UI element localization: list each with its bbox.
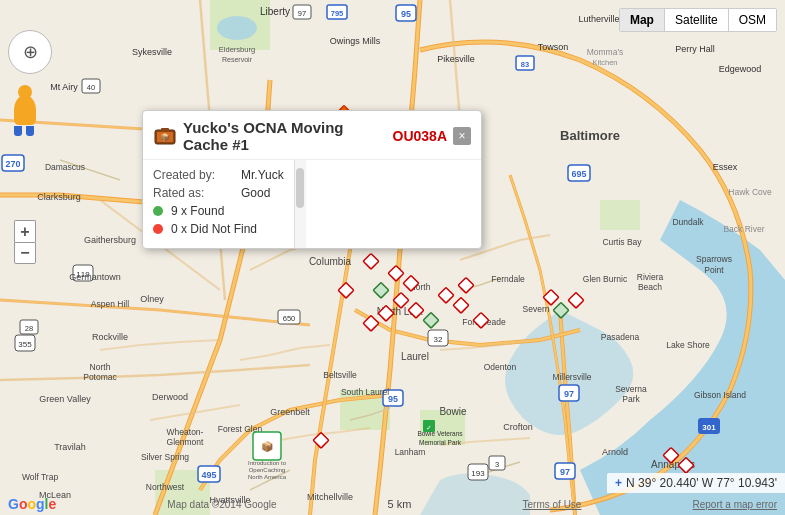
svg-text:95: 95 bbox=[388, 394, 398, 404]
bottom-bar: Google Map data ©2014 Google 5 km Terms … bbox=[0, 493, 785, 515]
svg-text:📦: 📦 bbox=[160, 132, 170, 142]
svg-text:28: 28 bbox=[25, 324, 33, 333]
popup-content: Created by: Mr.Yuck Rated as: Good 9 x F… bbox=[143, 160, 481, 248]
svg-text:Pikesville: Pikesville bbox=[437, 54, 475, 64]
svg-text:795: 795 bbox=[331, 9, 344, 18]
terms-of-use-link[interactable]: Terms of Use bbox=[523, 499, 582, 510]
svg-text:Hawk Cove: Hawk Cove bbox=[728, 187, 772, 197]
pan-arrows-icon: ⊕ bbox=[23, 41, 38, 63]
svg-rect-2 bbox=[600, 200, 640, 230]
svg-text:Aspen Hill: Aspen Hill bbox=[91, 299, 129, 309]
map-svg: 270 70 695 695 95 95 97 495 97 bbox=[0, 0, 785, 515]
svg-text:OpenCaching: OpenCaching bbox=[249, 467, 286, 473]
svg-text:Greenbelt: Greenbelt bbox=[270, 407, 310, 417]
svg-text:Dundalk: Dundalk bbox=[672, 217, 704, 227]
popup-rated-row: Rated as: Good bbox=[153, 186, 284, 200]
svg-text:Lanham: Lanham bbox=[395, 447, 426, 457]
svg-text:Bowie Veterans: Bowie Veterans bbox=[417, 430, 463, 437]
svg-rect-155 bbox=[161, 128, 169, 132]
google-e: e bbox=[48, 496, 56, 512]
svg-text:95: 95 bbox=[401, 9, 411, 19]
svg-text:Perry Hall: Perry Hall bbox=[675, 44, 715, 54]
pegman-body bbox=[14, 95, 36, 125]
svg-text:Damascus: Damascus bbox=[45, 162, 85, 172]
found-indicator bbox=[153, 206, 163, 216]
svg-text:495: 495 bbox=[201, 470, 216, 480]
svg-text:Glenmont: Glenmont bbox=[167, 437, 204, 447]
svg-text:Baltimore: Baltimore bbox=[560, 128, 620, 143]
dnf-indicator bbox=[153, 224, 163, 234]
svg-text:3: 3 bbox=[495, 460, 499, 469]
google-logo: Google bbox=[8, 496, 56, 512]
coordinates-bar: + N 39° 20.440' W 77° 10.943' bbox=[607, 473, 785, 493]
google-o2: o bbox=[27, 496, 36, 512]
svg-text:650: 650 bbox=[283, 314, 296, 323]
popup-created-label: Created by: bbox=[153, 168, 233, 182]
pan-control[interactable]: ⊕ bbox=[8, 30, 52, 74]
popup-rated-value: Good bbox=[241, 186, 270, 200]
svg-text:Edgewood: Edgewood bbox=[719, 64, 762, 74]
svg-text:Beltsville: Beltsville bbox=[323, 370, 357, 380]
cache-info-popup: 📦 Yucko's OCNA Moving Cache #1 OU038A × … bbox=[142, 110, 482, 249]
svg-text:Northwest: Northwest bbox=[146, 482, 185, 492]
svg-text:Introduction to: Introduction to bbox=[248, 460, 287, 466]
svg-text:355: 355 bbox=[18, 340, 32, 349]
zoom-in-button[interactable]: + bbox=[14, 220, 36, 242]
svg-text:North: North bbox=[90, 362, 111, 372]
zoom-out-button[interactable]: − bbox=[14, 242, 36, 264]
popup-header: 📦 Yucko's OCNA Moving Cache #1 OU038A × bbox=[143, 111, 481, 160]
svg-point-118 bbox=[217, 16, 257, 40]
svg-text:Millersville: Millersville bbox=[552, 372, 591, 382]
map-attribution: Map data ©2014 Google bbox=[167, 499, 276, 510]
map-type-map-button[interactable]: Map bbox=[620, 9, 665, 31]
svg-text:Momma's: Momma's bbox=[587, 47, 624, 57]
svg-text:83: 83 bbox=[521, 60, 529, 69]
pegman-legs bbox=[14, 126, 36, 136]
svg-text:Ferndale: Ferndale bbox=[491, 274, 525, 284]
svg-text:Olney: Olney bbox=[140, 294, 164, 304]
svg-text:Arnold: Arnold bbox=[602, 447, 628, 457]
svg-text:Memorial Park: Memorial Park bbox=[419, 439, 462, 446]
svg-text:Riviera: Riviera bbox=[637, 272, 664, 282]
svg-text:Bowie: Bowie bbox=[439, 406, 467, 417]
coords-plus-icon: + bbox=[615, 476, 622, 490]
popup-rated-label: Rated as: bbox=[153, 186, 233, 200]
svg-text:Essex: Essex bbox=[713, 162, 738, 172]
svg-text:270: 270 bbox=[5, 159, 20, 169]
svg-text:97: 97 bbox=[560, 467, 570, 477]
pegman-leg-left bbox=[14, 126, 22, 136]
map-type-osm-button[interactable]: OSM bbox=[729, 9, 776, 31]
svg-text:South Laurel: South Laurel bbox=[341, 387, 389, 397]
svg-text:Beach: Beach bbox=[638, 282, 662, 292]
popup-close-button[interactable]: × bbox=[453, 127, 471, 145]
coordinates-text: N 39° 20.440' W 77° 10.943' bbox=[626, 476, 777, 490]
svg-text:301: 301 bbox=[702, 423, 716, 432]
map-type-satellite-button[interactable]: Satellite bbox=[665, 9, 729, 31]
scale-label: 5 km bbox=[388, 498, 412, 510]
report-map-error-link[interactable]: Report a map error bbox=[693, 499, 777, 510]
svg-text:Columbia: Columbia bbox=[309, 256, 352, 267]
pegman-control[interactable] bbox=[14, 95, 36, 135]
svg-text:Silver Spring: Silver Spring bbox=[141, 452, 189, 462]
popup-dnf-count: 0 x Did Not Find bbox=[171, 222, 257, 236]
svg-text:Mt Airy: Mt Airy bbox=[50, 82, 78, 92]
popup-created-value: Mr.Yuck bbox=[241, 168, 284, 182]
popup-found-row: 9 x Found bbox=[153, 204, 284, 218]
svg-text:Reservoir: Reservoir bbox=[222, 56, 253, 63]
svg-text:Travilah: Travilah bbox=[54, 442, 86, 452]
svg-text:Germantown: Germantown bbox=[69, 272, 121, 282]
map-container[interactable]: 270 70 695 695 95 95 97 495 97 bbox=[0, 0, 785, 515]
popup-scrollbar[interactable] bbox=[294, 160, 306, 248]
svg-text:193: 193 bbox=[471, 469, 485, 478]
svg-text:695: 695 bbox=[571, 169, 586, 179]
svg-text:Point: Point bbox=[704, 265, 724, 275]
google-g2: g bbox=[36, 496, 45, 512]
svg-text:Severna: Severna bbox=[615, 384, 647, 394]
svg-text:Green Valley: Green Valley bbox=[39, 394, 91, 404]
svg-text:Wolf Trap: Wolf Trap bbox=[22, 472, 58, 482]
popup-scroll-thumb bbox=[296, 168, 304, 208]
svg-text:97: 97 bbox=[564, 389, 574, 399]
svg-text:Clarksburg: Clarksburg bbox=[37, 192, 81, 202]
popup-title: Yucko's OCNA Moving Cache #1 bbox=[183, 119, 383, 153]
svg-text:Park: Park bbox=[622, 394, 640, 404]
